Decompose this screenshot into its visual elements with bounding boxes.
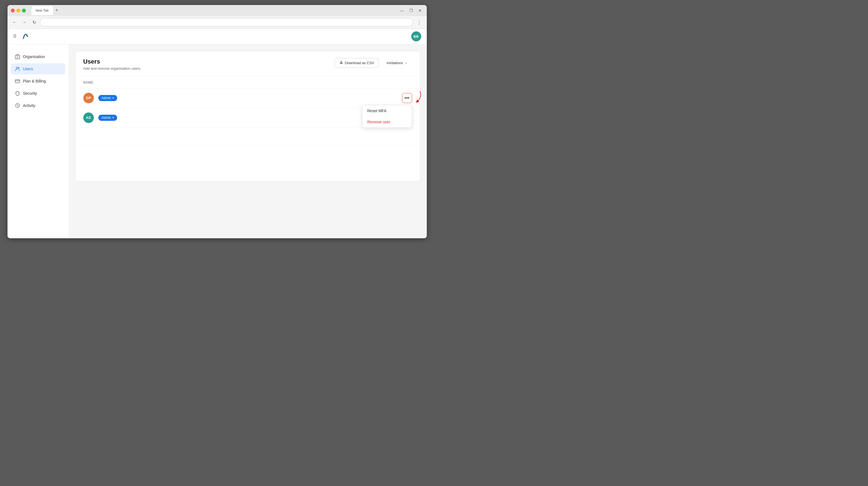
chevron-down-icon: ▾ — [113, 96, 114, 99]
plan-billing-icon — [15, 78, 20, 84]
page-title: Users — [83, 58, 141, 65]
empty-row-1 — [75, 128, 420, 146]
sidebar-item-activity[interactable]: Activity — [11, 100, 65, 111]
role-badge-as[interactable]: Admin ▾ — [98, 115, 117, 121]
invitations-button[interactable]: Invitations → — [382, 59, 412, 67]
active-tab[interactable]: New Tab — [31, 6, 53, 15]
back-button[interactable]: ← — [11, 19, 19, 26]
card-title-area: Users Add and remove organisation users. — [83, 58, 141, 70]
card-header: Users Add and remove organisation users. — [75, 51, 420, 77]
table-header: Name — [75, 77, 420, 88]
sidebar-label-organisation: Organisation — [23, 55, 45, 59]
user-avatar-gp: GP — [83, 93, 94, 103]
empty-row-2 — [75, 146, 420, 163]
users-icon — [15, 66, 20, 72]
reset-mfa-item[interactable]: Reset MFA — [362, 105, 412, 116]
sidebar-label-users: Users — [23, 67, 33, 71]
page-content: Users Add and remove organisation users. — [69, 44, 427, 238]
role-badge-gp[interactable]: Admin ▾ — [98, 95, 117, 101]
dropdown-menu: Reset MFA Remove user — [362, 105, 412, 128]
sidebar-label-activity: Activity — [23, 103, 35, 108]
sidebar-item-users[interactable]: Users — [11, 63, 65, 74]
forward-button[interactable]: → — [21, 19, 29, 26]
browser-more-button[interactable]: ⋮ — [415, 18, 424, 26]
minimize-win-button[interactable]: — — [398, 8, 405, 13]
browser-window: New Tab + — ❐ ✕ ← → ↻ ⋮ ⠿ BB — [7, 5, 427, 238]
sidebar-item-organisation[interactable]: Organisation — [11, 51, 65, 62]
users-card: Users Add and remove organisation users. — [75, 51, 420, 181]
remove-user-item[interactable]: Remove user — [362, 116, 412, 127]
sidebar-label-security: Security — [23, 91, 37, 95]
minimize-button[interactable] — [17, 9, 20, 12]
window-controls — [11, 9, 26, 12]
app-header: ⠿ BB — [7, 29, 427, 44]
organisation-icon — [15, 54, 20, 59]
tab-label: New Tab — [36, 9, 49, 12]
maximize-button[interactable] — [22, 9, 26, 12]
sidebar: Organisation Users — [7, 44, 69, 238]
download-icon — [339, 61, 343, 65]
close-win-button[interactable]: ✕ — [417, 8, 424, 13]
role-label-as: Admin — [102, 116, 111, 120]
svg-rect-5 — [15, 80, 20, 83]
tab-bar: New Tab + — [31, 6, 396, 15]
table-row: GP Admin ▾ ••• Reset MFA Remove user — [75, 88, 420, 108]
svg-point-3 — [16, 67, 18, 69]
user-avatar[interactable]: BB — [411, 31, 421, 41]
restore-win-button[interactable]: ❐ — [408, 8, 414, 13]
close-button[interactable] — [11, 9, 15, 12]
user-avatar-as: AS — [83, 113, 94, 123]
card-actions: Download as CSV Invitations → — [335, 58, 412, 68]
nav-bar: ← → ↻ ⋮ — [7, 16, 427, 29]
win-controls-right: — ❐ ✕ — [398, 8, 424, 13]
activity-icon — [15, 103, 20, 108]
refresh-button[interactable]: ↻ — [31, 19, 38, 26]
more-options-button-gp[interactable]: ••• — [402, 93, 412, 103]
sidebar-item-security[interactable]: Security — [11, 88, 65, 99]
page-subtitle: Add and remove organisation users. — [83, 66, 141, 70]
svg-rect-0 — [15, 55, 20, 59]
sidebar-item-plan-billing[interactable]: Plan & Billing — [11, 75, 65, 87]
download-csv-button[interactable]: Download as CSV — [335, 58, 379, 68]
invitations-label: Invitations → — [386, 61, 407, 65]
url-bar[interactable] — [40, 18, 413, 26]
sidebar-label-plan-billing: Plan & Billing — [23, 79, 46, 83]
grid-icon[interactable]: ⠿ — [13, 33, 17, 39]
main-content: Organisation Users — [7, 44, 427, 238]
logo[interactable] — [21, 32, 30, 41]
chevron-down-icon-as: ▾ — [113, 116, 114, 119]
col-name-label: Name — [83, 81, 94, 84]
download-csv-label: Download as CSV — [345, 61, 374, 65]
empty-row-3 — [75, 163, 420, 181]
svg-point-4 — [18, 67, 19, 69]
security-icon — [15, 91, 20, 96]
new-tab-button[interactable]: + — [53, 7, 61, 13]
role-label-gp: Admin — [102, 96, 111, 100]
title-bar: New Tab + — ❐ ✕ — [7, 5, 427, 16]
